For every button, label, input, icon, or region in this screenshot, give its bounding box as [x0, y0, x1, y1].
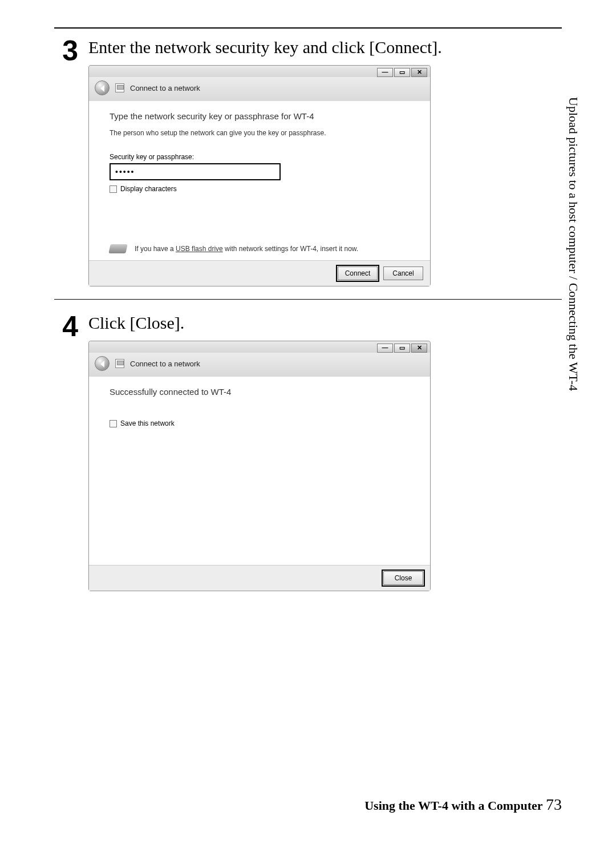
dialog-subtext: The person who setup the network can giv…	[110, 129, 410, 137]
cancel-button[interactable]: Cancel	[383, 266, 423, 280]
section-breadcrumb-vertical: Upload pictures to a host computer / Con…	[566, 97, 581, 391]
maximize-button[interactable]: ▭	[394, 68, 410, 77]
page-footer: Using the WT-4 with a Computer 73	[364, 795, 562, 814]
step-number-3: 3	[54, 34, 78, 65]
security-key-input[interactable]	[110, 163, 281, 180]
display-characters-label: Display characters	[120, 185, 177, 193]
close-button[interactable]: ✕	[411, 344, 427, 353]
minimize-button[interactable]: —	[377, 68, 393, 77]
usb-hint-post: with network settings for WT-4, insert i…	[223, 245, 358, 253]
close-dialog-button[interactable]: Close	[383, 571, 423, 585]
usb-icon	[108, 244, 127, 253]
step-title-4: Click [Close].	[88, 313, 562, 333]
dialog-heading: Successfully connected to WT-4	[110, 387, 410, 397]
dialog-heading: Type the network security key or passphr…	[110, 111, 410, 121]
dialog-connect-network-1: — ▭ ✕ Connect to a network Type the netw…	[88, 65, 431, 286]
display-characters-checkbox[interactable]	[110, 185, 117, 193]
usb-hint-pre: If you have a	[135, 245, 176, 253]
save-network-checkbox[interactable]	[110, 420, 117, 427]
minimize-button[interactable]: —	[377, 344, 393, 353]
maximize-button[interactable]: ▭	[394, 344, 410, 353]
back-icon[interactable]	[95, 356, 110, 371]
network-icon	[115, 359, 124, 368]
connect-button[interactable]: Connect	[338, 266, 378, 280]
network-icon	[115, 83, 124, 92]
security-key-label: Security key or passphrase:	[110, 153, 410, 161]
page-number: 73	[546, 795, 562, 813]
footer-title: Using the WT-4 with a Computer	[364, 798, 542, 813]
save-network-label: Save this network	[120, 419, 175, 427]
window-title: Connect to a network	[130, 84, 200, 92]
back-icon[interactable]	[95, 80, 110, 95]
close-button[interactable]: ✕	[411, 68, 427, 77]
window-title: Connect to a network	[130, 360, 200, 368]
dialog-connect-network-2: — ▭ ✕ Connect to a network Successfully …	[88, 341, 431, 591]
section-divider	[54, 299, 562, 300]
usb-hint: If you have a USB flash drive with netwo…	[135, 245, 358, 253]
step-number-4: 4	[54, 310, 78, 341]
step-title-3: Enter the network security key and click…	[88, 38, 562, 57]
usb-flash-drive-link[interactable]: USB flash drive	[176, 245, 223, 253]
